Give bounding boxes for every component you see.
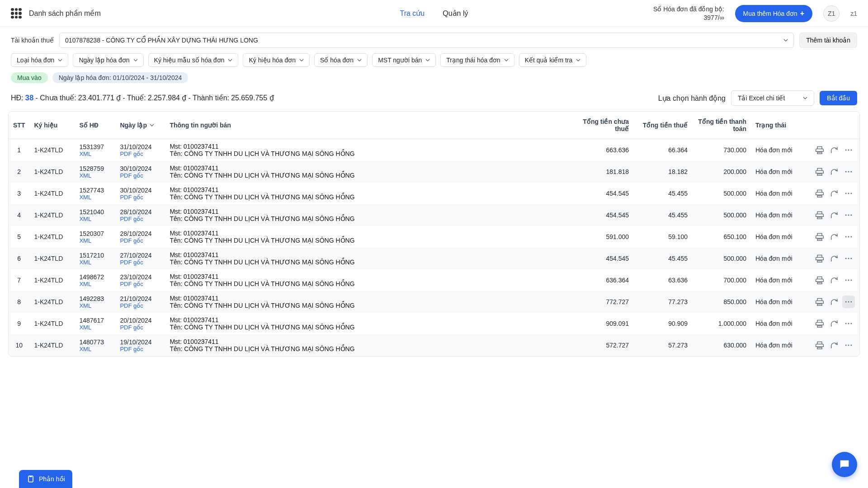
xml-link[interactable]: XML: [79, 150, 111, 157]
pdf-link[interactable]: PDF gốc: [120, 172, 160, 179]
print-button[interactable]: [813, 165, 826, 178]
filter-type[interactable]: Loại hóa đơn: [11, 53, 68, 67]
account-select[interactable]: 0107878238 - CÔNG TY CỔ PHẦN XÂY DỰNG TH…: [59, 33, 794, 48]
refresh-button[interactable]: [828, 317, 840, 330]
print-button[interactable]: [813, 209, 826, 221]
print-button[interactable]: [813, 187, 826, 200]
print-button[interactable]: [813, 339, 826, 352]
pdf-link[interactable]: PDF gốc: [120, 302, 160, 309]
xml-link[interactable]: XML: [79, 302, 111, 309]
more-button[interactable]: [842, 187, 855, 200]
col-stt[interactable]: STT: [9, 112, 29, 139]
col-status[interactable]: Trạng thái: [751, 112, 805, 139]
avatar[interactable]: Z1: [823, 5, 840, 22]
tag-buy[interactable]: Mua vào: [11, 72, 48, 83]
more-button[interactable]: [842, 144, 855, 156]
refresh-button[interactable]: [828, 339, 840, 352]
xml-link[interactable]: XML: [79, 259, 111, 266]
filter-status[interactable]: Trạng thái hóa đơn: [440, 53, 514, 67]
chevron-down-icon: [228, 59, 232, 61]
svg-point-23: [850, 301, 852, 303]
xml-link[interactable]: XML: [79, 281, 111, 287]
col-symbol[interactable]: Ký hiệu: [29, 112, 75, 139]
more-button[interactable]: [842, 274, 855, 286]
table-row[interactable]: 51-K24TLD1520307XML28/10/2024PDF gốcMst:…: [9, 226, 859, 248]
refresh-button[interactable]: [828, 252, 840, 265]
buy-more-button[interactable]: Mua thêm Hóa đơn +: [735, 5, 813, 22]
col-pretax[interactable]: Tổng tiền chưa thuế: [575, 112, 633, 139]
add-account-button[interactable]: Thêm tài khoản: [799, 33, 857, 48]
xml-link[interactable]: XML: [79, 346, 111, 352]
print-button[interactable]: [813, 252, 826, 265]
cell-status: Hóa đơn mới: [751, 161, 805, 183]
xml-link[interactable]: XML: [79, 237, 111, 244]
col-actions: [805, 112, 859, 139]
print-button[interactable]: [813, 144, 826, 156]
pdf-link[interactable]: PDF gốc: [120, 150, 160, 157]
cell-pretax: 909.091: [575, 313, 633, 334]
refresh-button[interactable]: [828, 165, 840, 178]
print-button[interactable]: [813, 230, 826, 243]
xml-link[interactable]: XML: [79, 194, 111, 201]
xml-link[interactable]: XML: [79, 324, 111, 331]
svg-point-19: [848, 280, 849, 281]
table-row[interactable]: 41-K24TLD1521040XML28/10/2024PDF gốcMst:…: [9, 204, 859, 226]
pdf-link[interactable]: PDF gốc: [120, 281, 160, 287]
refresh-button[interactable]: [828, 187, 840, 200]
xml-link[interactable]: XML: [79, 172, 111, 179]
tag-date-range[interactable]: Ngày lập hóa đơn: 01/10/2024 - 31/10/202…: [52, 72, 189, 83]
app-menu-title[interactable]: Danh sách phần mềm: [29, 9, 101, 18]
refresh-button[interactable]: [828, 296, 840, 308]
col-tax[interactable]: Tổng tiền thuế: [633, 112, 692, 139]
tab-manage[interactable]: Quản lý: [443, 9, 468, 18]
filter-seller-mst[interactable]: MST người bán: [372, 53, 436, 67]
print-button[interactable]: [813, 317, 826, 330]
summary-count: 38: [25, 94, 34, 103]
header-right: Số Hóa đơn đã đồng bộ: 3977/∞ Mua thêm H…: [653, 5, 857, 22]
table-row[interactable]: 61-K24TLD1517210XML27/10/2024PDF gốcMst:…: [9, 248, 859, 269]
table-row[interactable]: 11-K24TLD1531397XML31/10/2024PDF gốcMst:…: [9, 139, 859, 161]
more-button[interactable]: [842, 165, 855, 178]
pdf-link[interactable]: PDF gốc: [120, 259, 160, 266]
filter-number[interactable]: Số hóa đơn: [314, 53, 368, 67]
action-select[interactable]: Tải Excel chi tiết: [731, 90, 814, 106]
print-button[interactable]: [813, 274, 826, 286]
table-row[interactable]: 31-K24TLD1527743XML30/10/2024PDF gốcMst:…: [9, 183, 859, 204]
tab-lookup[interactable]: Tra cứu: [400, 9, 425, 18]
refresh-button[interactable]: [828, 274, 840, 286]
pdf-link[interactable]: PDF gốc: [120, 216, 160, 222]
summary-pretax-label: - Chưa thuế:: [35, 94, 76, 102]
more-button[interactable]: [842, 296, 855, 308]
more-button[interactable]: [842, 339, 855, 352]
filter-date[interactable]: Ngày lập hóa đơn: [73, 53, 143, 67]
filter-symbol[interactable]: Ký hiệu hóa đơn: [243, 53, 310, 67]
apps-grid-icon[interactable]: [11, 8, 22, 19]
table-row[interactable]: 101-K24TLD1480773XML19/10/2024PDF gốcMst…: [9, 334, 859, 356]
table-row[interactable]: 91-K24TLD1487617XML20/10/2024PDF gốcMst:…: [9, 313, 859, 334]
table-row[interactable]: 71-K24TLD1498672XML23/10/2024PDF gốcMst:…: [9, 269, 859, 291]
col-number[interactable]: Số HĐ: [75, 112, 115, 139]
more-button[interactable]: [842, 252, 855, 265]
refresh-button[interactable]: [828, 230, 840, 243]
filter-check-result[interactable]: Kết quả kiểm tra: [519, 53, 587, 67]
cell-date: 21/10/2024PDF gốc: [115, 291, 165, 313]
col-seller[interactable]: Thông tin người bán: [165, 112, 575, 139]
filter-template[interactable]: Ký hiệu mẫu số hóa đơn: [148, 53, 239, 67]
more-button[interactable]: [842, 317, 855, 330]
refresh-button[interactable]: [828, 144, 840, 156]
xml-link[interactable]: XML: [79, 216, 111, 222]
refresh-button[interactable]: [828, 209, 840, 221]
col-date[interactable]: Ngày lập: [115, 112, 165, 139]
pdf-link[interactable]: PDF gốc: [120, 324, 160, 331]
pdf-link[interactable]: PDF gốc: [120, 237, 160, 244]
filter-row: Loại hóa đơn Ngày lập hóa đơn Ký hiệu mẫ…: [0, 53, 868, 69]
pdf-link[interactable]: PDF gốc: [120, 346, 160, 352]
pdf-link[interactable]: PDF gốc: [120, 194, 160, 201]
start-button[interactable]: Bắt đầu: [820, 91, 857, 105]
print-button[interactable]: [813, 296, 826, 308]
table-row[interactable]: 81-K24TLD1492283XML21/10/2024PDF gốcMst:…: [9, 291, 859, 313]
col-total[interactable]: Tổng tiền thanh toán: [692, 112, 751, 139]
more-button[interactable]: [842, 209, 855, 221]
more-button[interactable]: [842, 230, 855, 243]
table-row[interactable]: 21-K24TLD1528759XML30/10/2024PDF gốcMst:…: [9, 161, 859, 183]
